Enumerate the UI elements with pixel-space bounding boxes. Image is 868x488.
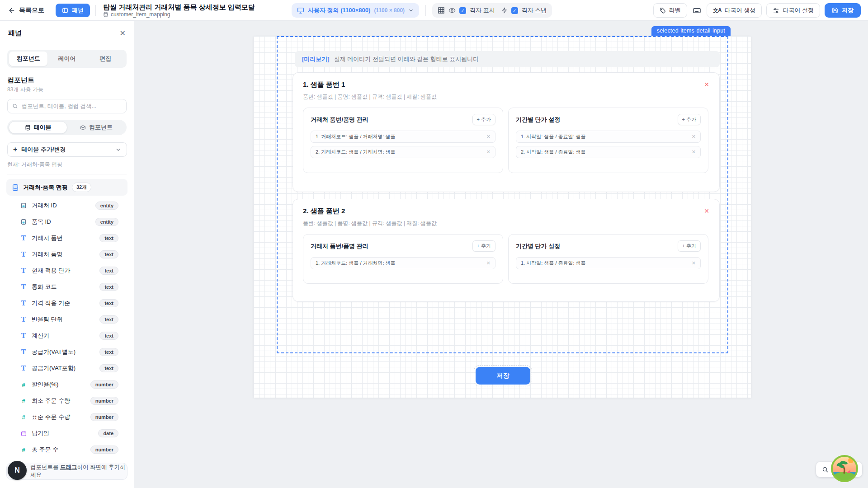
grid-snap-label: 격자 스냅 — [522, 6, 547, 14]
tab-components[interactable]: 컴포넌트 — [9, 52, 47, 66]
drag-hint: N 컴포넌트를 드래그하여 화면에 추가하세요 — [6, 463, 127, 480]
field-row[interactable]: T 반올림 단위 text — [0, 311, 134, 328]
selected-component[interactable]: selected-items-detail-input [미리보기] 실제 데이… — [277, 36, 728, 353]
field-type-badge: date — [98, 429, 118, 437]
mode-table-button[interactable]: 테이블 — [9, 121, 67, 134]
top-toolbar: 목록으로 패널 탑씰 거래처관리 거래처별 품목 상세정보 입력모달 custo… — [0, 0, 868, 21]
remove-row-icon[interactable]: ✕ — [692, 149, 696, 155]
close-icon[interactable]: ✕ — [120, 30, 126, 37]
table-subtitle: customer_item_mapping — [111, 11, 170, 18]
add-row-button[interactable]: + 추가 — [678, 114, 701, 125]
design-canvas-area[interactable]: selected-items-detail-input [미리보기] 실제 데이… — [134, 21, 868, 488]
save-button[interactable]: 저장 — [825, 3, 861, 18]
magnifier-icon — [822, 466, 829, 473]
field-row[interactable]: T 공급가(VAT포함) text — [0, 360, 134, 376]
grid-snap-checkbox[interactable]: ✓ — [511, 7, 518, 14]
add-row-button[interactable]: + 추가 — [472, 240, 495, 252]
remove-row-icon[interactable]: ✕ — [692, 134, 696, 140]
keyboard-icon — [693, 6, 701, 15]
monitor-icon — [297, 7, 304, 14]
add-row-button[interactable]: + 추가 — [678, 240, 701, 252]
field-row[interactable]: 납기일 date — [0, 425, 134, 441]
item-card-title: 2. 샘플 품번 2 — [303, 207, 345, 216]
list-item-text: 2. 거래처코드: 샘플 / 거래처명: 샘플 — [316, 149, 396, 155]
item-card-title: 1. 샘플 품번 1 — [303, 80, 345, 89]
list-item-text: 1. 시작일: 샘플 / 종료일: 샘플 — [521, 260, 586, 267]
field-list: 거래처 ID entity 품목 ID entity T 거래처 품번 text… — [0, 197, 134, 458]
components-section-title: 컴포넌트 — [7, 76, 127, 84]
field-row[interactable]: 거래처 ID entity — [0, 197, 134, 214]
field-row[interactable]: # 총 주문 수 number — [0, 441, 134, 458]
preview-tag: [미리보기] — [302, 55, 330, 63]
preview-description: 실제 데이터가 전달되면 아래와 같은 형태로 표시됩니다 — [334, 55, 479, 63]
i18n-settings-button[interactable]: 다국어 설정 — [766, 3, 820, 18]
database-icon — [25, 125, 31, 131]
vendor-code-panel: 거래처 품번/품명 관리 + 추가 1. 거래처코드: 샘플 / 거래처명: 샘… — [303, 108, 503, 173]
divider — [50, 5, 50, 16]
field-row[interactable]: 품목 ID entity — [0, 214, 134, 230]
field-name: 현재 적용 단가 — [32, 267, 95, 275]
field-name: 품목 ID — [32, 218, 91, 226]
search-input[interactable] — [22, 103, 122, 109]
field-type-badge: text — [99, 348, 118, 356]
field-row[interactable]: T 현재 적용 단가 text — [0, 263, 134, 279]
field-type-badge: number — [90, 446, 118, 454]
search-icon — [12, 103, 18, 109]
field-row[interactable]: T 통화 코드 text — [0, 279, 134, 295]
i18n-generate-button[interactable]: 文A 다국어 생성 — [707, 3, 762, 18]
list-item: 1. 시작일: 샘플 / 종료일: 샘플✕ — [516, 131, 701, 143]
database-icon — [12, 184, 19, 191]
field-row[interactable]: T 가격 적용 기준 text — [0, 295, 134, 311]
field-row[interactable]: # 최소 주문 수량 number — [0, 393, 134, 409]
keyboard-shortcuts-button[interactable] — [692, 6, 702, 15]
table-group-header[interactable]: 거래처-품목 맵핑 32개 — [6, 179, 127, 196]
arrow-left-icon — [8, 7, 15, 14]
field-name: 최소 주문 수량 — [32, 397, 86, 405]
panel-title: 기간별 단가 설정 — [516, 116, 560, 124]
tab-edit[interactable]: 편집 — [86, 52, 125, 66]
lightning-icon — [501, 7, 508, 14]
field-row[interactable]: T 거래처 품번 text — [0, 230, 134, 246]
grid-show-checkbox[interactable]: ✓ — [459, 7, 466, 14]
sidebar-title: 패널 — [8, 29, 22, 38]
remove-item-icon[interactable]: ✕ — [704, 80, 709, 88]
back-to-list-button[interactable]: 목록으로 — [8, 6, 44, 14]
mode-component-button[interactable]: 컴포넌트 — [67, 121, 125, 134]
panel-title: 기간별 단가 설정 — [516, 242, 560, 250]
field-row[interactable]: # 할인율(%) number — [0, 376, 134, 393]
field-row[interactable]: T 거래처 품명 text — [0, 246, 134, 263]
field-row[interactable]: T 공급가(VAT별도) text — [0, 344, 134, 360]
item-card-2: 2. 샘플 품번 2 ✕ 품번: 샘플값 | 품명: 샘플값 | 규격: 샘플값… — [292, 199, 720, 302]
add-row-button[interactable]: + 추가 — [472, 114, 495, 125]
panel-toggle-button[interactable]: 패널 — [56, 4, 90, 17]
remove-row-icon[interactable]: ✕ — [486, 134, 491, 140]
tab-layers[interactable]: 레이어 — [47, 52, 86, 66]
period-price-panel: 기간별 단가 설정 + 추가 1. 시작일: 샘플 / 종료일: 샘플✕ 2. … — [508, 108, 708, 173]
item-card-meta: 품번: 샘플값 | 품명: 샘플값 | 규격: 샘플값 | 재질: 샘플값 — [303, 93, 709, 101]
remove-item-icon[interactable]: ✕ — [704, 207, 709, 214]
viewport-size-dropdown[interactable]: 사용자 정의 (1100×800) (1100 × 800) — [292, 3, 419, 18]
text-field-icon: T — [20, 267, 27, 274]
field-row[interactable]: T 계산기 text — [0, 328, 134, 344]
list-item-text: 2. 시작일: 샘플 / 종료일: 샘플 — [521, 149, 586, 155]
field-name: 거래처 ID — [32, 202, 91, 210]
field-name: 납기일 — [32, 429, 94, 437]
component-search — [7, 99, 127, 113]
field-name: 통화 코드 — [32, 283, 95, 291]
field-row[interactable]: # 표준 주문 수량 number — [0, 409, 134, 425]
field-name: 총 주문 수 — [32, 446, 86, 454]
item-card-meta: 품번: 샘플값 | 품명: 샘플값 | 규격: 샘플값 | 재질: 샘플값 — [303, 220, 709, 227]
viewport-size: (1100 × 800) — [374, 7, 405, 14]
remove-row-icon[interactable]: ✕ — [486, 260, 491, 266]
plus-icon: + — [13, 145, 17, 154]
modal-save-button[interactable]: 저장 — [476, 367, 530, 385]
field-name: 반올림 단위 — [32, 315, 95, 324]
package-icon — [80, 125, 86, 131]
label-button[interactable]: 라벨 — [653, 3, 687, 18]
remove-row-icon[interactable]: ✕ — [486, 149, 491, 155]
grid-show-label: 격자 표시 — [470, 6, 495, 14]
add-change-table-button[interactable]: + 테이블 추가/변경 — [7, 142, 127, 157]
field-type-badge: text — [99, 364, 118, 372]
source-mode-switch: 테이블 컴포넌트 — [7, 120, 127, 135]
remove-row-icon[interactable]: ✕ — [692, 260, 696, 266]
